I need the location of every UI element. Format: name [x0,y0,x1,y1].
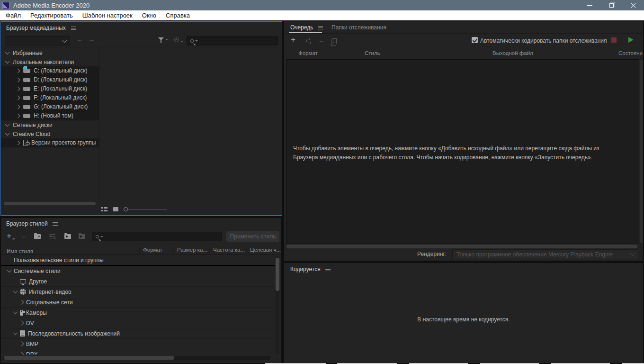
add-output-button[interactable] [305,38,311,44]
menu-item[interactable]: Окно [137,10,161,20]
panel-menu-icon[interactable] [53,222,58,226]
media-tree-item[interactable]: G: (Локальный диск) [1,102,99,111]
tree-chevron-icon[interactable] [13,289,18,293]
queue-list-area[interactable]: Чтобы добавить элементы в очередь, нажми… [286,59,639,244]
tree-chevron-icon[interactable] [16,95,20,100]
preset-tree-item[interactable]: DV [1,318,275,328]
app-icon [2,2,9,9]
panel-menu-icon[interactable] [325,268,331,271]
preset-tree-item[interactable]: BMP [1,339,275,349]
column-format[interactable]: Формат [298,50,318,56]
back-button[interactable]: ← [77,36,83,43]
auto-encode-checkbox[interactable] [472,37,478,43]
menu-item[interactable]: Шаблон настроек [78,10,137,20]
tree-chevron-icon[interactable] [16,86,20,91]
menu-item[interactable]: Справка [161,10,195,20]
media-tree-item[interactable]: Сетевые диски [1,120,99,129]
media-tree-item[interactable]: Локальные накопители [1,57,99,66]
media-source-dropdown[interactable] [5,36,70,46]
column-frame-rate[interactable]: Частота ка... [213,247,245,253]
export-preset-button[interactable] [79,234,85,239]
stop-queue-button[interactable] [611,37,617,43]
preset-tree-item[interactable]: Социальные сети [1,297,275,308]
tree-chevron-icon[interactable] [19,321,24,326]
thumbnail-view-button[interactable] [113,207,118,211]
import-preset-button[interactable] [64,234,71,239]
queue-vscrollbar[interactable] [640,60,643,243]
tree-chevron-icon[interactable] [16,68,20,73]
queue-empty-message: Чтобы добавить элементы в очередь, нажми… [293,144,606,162]
tree-chevron-icon[interactable] [16,140,20,145]
preset-vscrollbar[interactable] [276,258,279,291]
menu-item[interactable]: Файл [1,10,26,20]
preset-settings-button[interactable] [49,234,55,239]
media-tree-item[interactable]: Версии проектов группы [1,138,99,147]
tab-watch-folders[interactable]: Папки отслеживания [331,24,386,31]
media-tree-item[interactable]: F: (Локальный диск) [1,93,99,102]
new-preset-group-button[interactable]: + [34,234,41,239]
media-search-input[interactable] [187,36,278,46]
tree-chevron-icon[interactable] [19,342,24,346]
column-status[interactable]: Состояни [618,50,643,56]
tree-chevron-icon[interactable] [16,113,20,118]
remove-source-button[interactable]: − [319,37,323,45]
preset-tree-item[interactable]: Камеры [1,308,275,318]
column-format[interactable]: Формат [143,247,162,253]
panel-menu-icon[interactable] [71,27,76,30]
list-view-button[interactable] [101,207,107,211]
restore-button[interactable] [600,0,622,10]
folder-plus-icon: + [34,234,41,239]
start-queue-button[interactable] [628,37,634,43]
remove-preset-button[interactable]: − [22,233,26,240]
render-engine-dropdown[interactable]: Только программное обеспечение Mercury P… [452,249,638,259]
panel-menu-icon[interactable] [318,26,323,29]
tree-chevron-icon[interactable] [19,300,24,305]
column-preset[interactable]: Стиль [365,50,380,56]
duplicate-button[interactable] [332,38,337,44]
tree-item-label: G: (Локальный диск) [34,103,88,110]
media-tree-item[interactable]: D: (Локальный диск) [1,75,99,84]
preset-tree-item[interactable]: Системные стили [1,266,275,276]
media-tree-item[interactable]: H: (Новый том) [1,111,99,120]
tree-chevron-icon[interactable] [13,309,18,314]
tab-queue[interactable]: Очередь [290,24,323,31]
preset-hscrollbar[interactable] [4,356,174,360]
tree-chevron-icon[interactable] [5,122,10,127]
column-target-rate[interactable]: Целевая ч... [250,247,281,253]
forward-button[interactable]: → [88,36,95,43]
preset-tree-item[interactable]: Другое [1,276,275,287]
thumbnail-zoom-track[interactable] [128,209,167,209]
media-tree-item[interactable]: Избранные [1,48,99,57]
tree-chevron-icon[interactable] [5,131,10,136]
media-tree-item[interactable]: Creative Cloud [1,129,99,138]
preset-tree-item[interactable]: Пользовательские стили и группы [1,255,275,266]
preset-tree-item[interactable]: Интернет-видео [1,287,275,297]
minus-icon: − [22,233,26,240]
column-frame-size[interactable]: Размер ка... [177,247,207,253]
add-source-button[interactable]: + [291,36,295,44]
media-tree-item[interactable]: E: (Локальный диск) [1,84,99,93]
tree-chevron-icon[interactable] [16,77,20,82]
tree-chevron-icon[interactable] [5,50,10,55]
preset-item-icon [20,279,26,283]
apply-preset-button[interactable]: Применить стиль [226,231,279,242]
tree-chevron-icon[interactable] [19,352,24,355]
preset-tree-item[interactable]: DPX [1,349,275,355]
close-button[interactable] [622,0,644,10]
media-tree-item[interactable]: C: (Локальный диск) [1,66,99,75]
sliders-icon [305,38,311,44]
column-output-file[interactable]: Выходной файл [492,50,533,56]
tree-chevron-icon[interactable] [5,59,10,64]
queue-hscrollbar[interactable] [286,245,637,248]
tree-chevron-icon[interactable] [7,268,12,273]
add-preset-button[interactable]: + [7,232,15,240]
preset-tree-item[interactable]: Последовательность изображений [1,328,275,339]
filter-button[interactable] [158,37,168,40]
ingest-button[interactable] [174,37,183,42]
preset-search-input[interactable] [92,232,222,241]
tree-chevron-icon[interactable] [13,330,18,335]
menu-item[interactable]: Редактировать [26,10,78,20]
tree-chevron-icon[interactable] [16,104,20,109]
thumbnail-zoom-slider[interactable] [124,207,128,211]
minimize-button[interactable] [579,0,600,10]
